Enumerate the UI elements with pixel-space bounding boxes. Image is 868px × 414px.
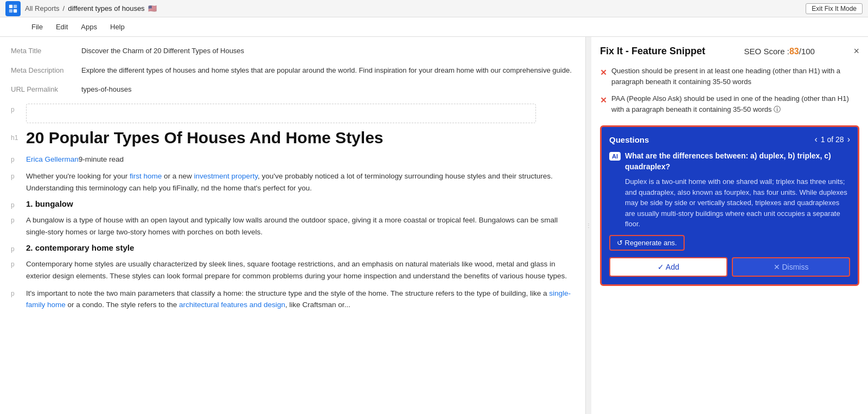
para3-text: Contemporary home styles are usually cha…: [26, 258, 575, 282]
svg-rect-1: [14, 4, 17, 8]
menu-help[interactable]: Help: [104, 17, 131, 37]
meta-title-row: Meta Title Discover the Charm of 20 Diff…: [11, 46, 575, 56]
heading2-text: 2. contemporary home style: [26, 243, 134, 252]
add-button[interactable]: ✓ Add: [609, 257, 727, 277]
para1-text: Whether you're looking for your first ho…: [26, 170, 575, 194]
question-item: AI What are the differences between: a) …: [609, 151, 850, 230]
questions-nav: ‹ 1 of 28 ›: [815, 135, 850, 144]
p-label-3: p: [11, 258, 22, 268]
check-item-1: ✕ Question should be present in at least…: [600, 66, 859, 87]
url-permalink-row: URL Permalink types-of-houses: [11, 84, 575, 95]
question-text: What are the differences between: a) dup…: [625, 151, 850, 172]
p-block-empty: p: [11, 104, 575, 123]
p-label-author: p: [11, 154, 22, 163]
menu-edit[interactable]: Edit: [49, 17, 74, 37]
nav-prev-button[interactable]: ‹: [815, 135, 818, 144]
para2-row: p A bungalow is a type of house with an …: [11, 214, 575, 238]
heading1-row: p 1. bungalow: [11, 199, 575, 209]
heading1-text: 1. bungalow: [26, 199, 73, 208]
menu-apps[interactable]: Apps: [74, 17, 104, 37]
p-label-2: p: [11, 214, 22, 224]
heading2-row: p 2. contemporary home style: [11, 243, 575, 253]
p-label: p: [11, 104, 22, 113]
author-text: Erica Gellerman9-minute read: [26, 154, 124, 165]
para4-row: p It's important to note the two main pa…: [11, 288, 575, 311]
seo-score: SEO Score :83/100: [744, 47, 815, 56]
meta-title-value: Discover the Charm of 20 Different Types…: [81, 46, 244, 56]
single-family-link[interactable]: single-family home: [26, 289, 571, 309]
question-answer: Duplex is a two-unit home with one share…: [625, 176, 850, 230]
url-value: types-of-houses: [81, 84, 132, 95]
seo-max: 100: [801, 47, 815, 56]
para2-text: A bungalow is a type of house with an op…: [26, 214, 575, 238]
check-text-1: Question should be present in at least o…: [611, 66, 859, 87]
svg-rect-3: [14, 9, 17, 12]
p-input[interactable]: [26, 104, 536, 123]
app-logo: [5, 1, 21, 16]
meta-desc-label: Meta Description: [11, 65, 81, 74]
breadcrumb-area: All Reports / different types of houses …: [25, 4, 801, 12]
nav-next-button[interactable]: ›: [847, 135, 850, 144]
p-label-h1: p: [11, 199, 22, 209]
regenerate-button[interactable]: ↺ Regenerate ans.: [609, 235, 685, 251]
resize-handle[interactable]: ⋮: [586, 37, 591, 414]
main-area: Meta Title Discover the Charm of 20 Diff…: [0, 37, 868, 414]
meta-desc-row: Meta Description Explore the different t…: [11, 65, 575, 76]
card-actions: ✓ Add ✕ Dismiss: [609, 257, 850, 277]
menu-file[interactable]: File: [25, 17, 49, 37]
h1-row: h1 20 Popular Types Of Houses And Home S…: [11, 129, 575, 147]
p-label-1: p: [11, 170, 22, 180]
content-area: Meta Title Discover the Charm of 20 Diff…: [0, 37, 586, 414]
breadcrumb-sep: /: [63, 4, 65, 12]
author-row: p Erica Gellerman9-minute read: [11, 154, 575, 165]
p-label-4: p: [11, 288, 22, 297]
check-item-2: ✕ PAA (People Also Ask) should be used i…: [600, 93, 859, 114]
meta-desc-value: Explore the different types of houses an…: [81, 65, 572, 76]
top-bar: All Reports / different types of houses …: [0, 0, 868, 17]
question-content: What are the differences between: a) dup…: [625, 151, 850, 230]
breadcrumb-all[interactable]: All Reports: [25, 4, 60, 12]
meta-title-label: Meta Title: [11, 46, 81, 55]
close-panel-button[interactable]: ×: [853, 46, 859, 57]
questions-label: Questions: [609, 135, 649, 144]
para3-row: p Contemporary home styles are usually c…: [11, 258, 575, 282]
para4-text: It's important to note the two main para…: [26, 288, 575, 311]
seo-label: SEO Score :: [744, 47, 789, 56]
nav-current: 1 of 28: [821, 135, 844, 144]
dismiss-button[interactable]: ✕ Dismiss: [732, 257, 850, 277]
p-label-h2: p: [11, 243, 22, 253]
ai-badge: AI: [609, 152, 621, 161]
svg-rect-0: [9, 4, 12, 8]
breadcrumb-current: different types of houses: [68, 4, 144, 12]
panel-header: Fix It - Feature Snippet SEO Score :83/1…: [600, 46, 859, 57]
first-home-link[interactable]: first home: [130, 172, 162, 180]
read-time: 9-minute read: [79, 155, 124, 163]
arch-features-link[interactable]: architectural features and design: [179, 301, 285, 309]
questions-card-header: Questions ‹ 1 of 28 ›: [609, 135, 850, 144]
para1-row: p Whether you're looking for your first …: [11, 170, 575, 194]
menu-bar: File Edit Apps Help: [0, 17, 868, 37]
investment-property-link[interactable]: investment property: [194, 172, 258, 180]
check-x-icon-2: ✕: [600, 94, 607, 107]
exit-fix-mode-button[interactable]: Exit Fix It Mode: [806, 3, 863, 14]
svg-rect-2: [9, 9, 12, 12]
questions-card: Questions ‹ 1 of 28 › AI What are the di…: [600, 125, 859, 286]
h1-text: 20 Popular Types Of Houses And Home Styl…: [26, 129, 384, 147]
url-label: URL Permalink: [11, 84, 81, 93]
seo-score-number: 83: [789, 47, 799, 56]
author-link[interactable]: Erica Gellerman: [26, 155, 79, 163]
check-text-2: PAA (People Also Ask) should be used in …: [611, 93, 859, 114]
flag-icon: 🇺🇸: [148, 4, 157, 12]
check-x-icon-1: ✕: [600, 67, 607, 79]
right-panel: Fix It - Feature Snippet SEO Score :83/1…: [591, 37, 868, 414]
panel-title: Fix It - Feature Snippet: [600, 46, 705, 57]
h1-label: h1: [11, 129, 22, 142]
